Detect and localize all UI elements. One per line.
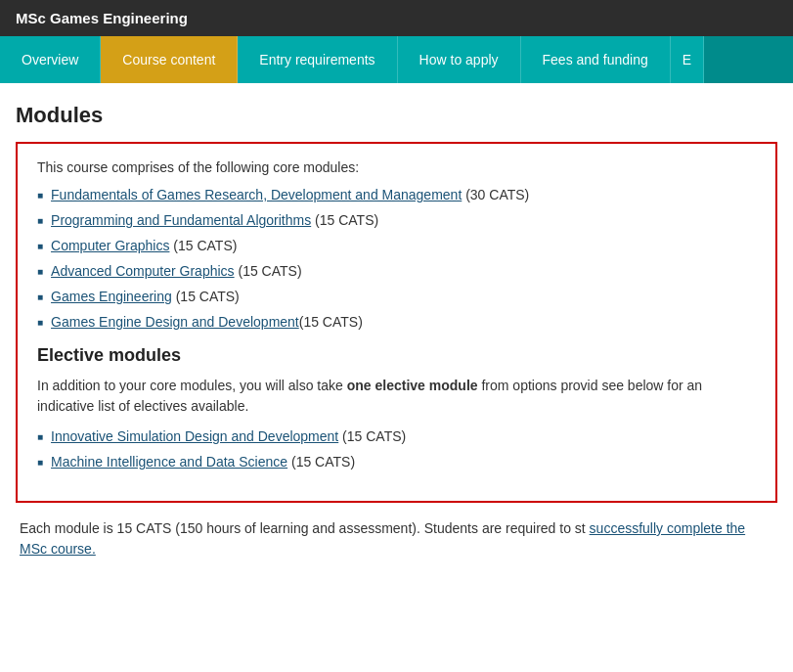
list-item: Machine Intelligence and Data Science (1… — [37, 454, 756, 470]
module-box: This course comprises of the following c… — [16, 142, 777, 503]
module-link-games-engine-design[interactable]: Games Engine Design and Development — [51, 314, 299, 330]
tab-overview[interactable]: Overview — [0, 36, 101, 83]
footer-text: Each module is 15 CATS (150 hours of lea… — [16, 518, 777, 560]
list-item: Computer Graphics (15 CATS) — [37, 238, 756, 253]
module-link-machine-intelligence[interactable]: Machine Intelligence and Data Science — [51, 454, 287, 470]
navigation-tabs: Overview Course content Entry requiremen… — [0, 36, 793, 83]
list-item: Fundamentals of Games Research, Developm… — [37, 187, 756, 202]
tab-fees-and-funding[interactable]: Fees and funding — [521, 36, 671, 83]
tab-overflow[interactable]: E — [671, 36, 704, 83]
tab-how-to-apply[interactable]: How to apply — [398, 36, 521, 83]
elective-modules-heading: Elective modules — [37, 345, 756, 366]
modules-heading: Modules — [16, 103, 777, 128]
module-link-computer-graphics[interactable]: Computer Graphics — [51, 238, 169, 253]
module-link-fundamentals[interactable]: Fundamentals of Games Research, Developm… — [51, 187, 462, 202]
main-content: Modules This course comprises of the fol… — [0, 83, 793, 579]
list-item: Games Engine Design and Development (15 … — [37, 314, 756, 330]
elective-bold: one elective module — [347, 378, 478, 393]
core-modules-list: Fundamentals of Games Research, Developm… — [37, 187, 756, 330]
list-item: Programming and Fundamental Algorithms (… — [37, 212, 756, 228]
page-header: MSc Games Engineering — [0, 0, 793, 36]
elective-modules-list: Innovative Simulation Design and Develop… — [37, 428, 756, 470]
tab-entry-requirements[interactable]: Entry requirements — [238, 36, 397, 83]
footer-link[interactable]: successfully complete the MSc course. — [20, 520, 745, 557]
modules-intro: This course comprises of the following c… — [37, 159, 756, 175]
page-title: MSc Games Engineering — [16, 10, 188, 26]
module-link-innovative-simulation[interactable]: Innovative Simulation Design and Develop… — [51, 428, 338, 444]
list-item: Innovative Simulation Design and Develop… — [37, 428, 756, 444]
module-link-games-engineering[interactable]: Games Engineering — [51, 289, 172, 304]
module-link-programming[interactable]: Programming and Fundamental Algorithms — [51, 212, 311, 228]
tab-course-content[interactable]: Course content — [101, 36, 238, 83]
elective-intro: In addition to your core modules, you wi… — [37, 376, 756, 417]
module-link-advanced-graphics[interactable]: Advanced Computer Graphics — [51, 263, 235, 279]
list-item: Advanced Computer Graphics (15 CATS) — [37, 263, 756, 279]
list-item: Games Engineering (15 CATS) — [37, 289, 756, 304]
